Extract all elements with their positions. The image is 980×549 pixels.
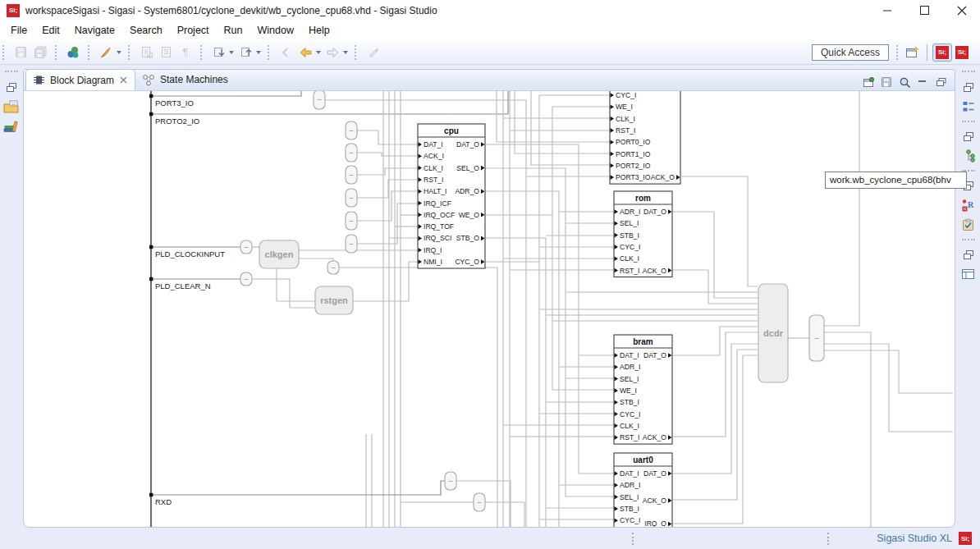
outline-icon [962, 100, 975, 113]
diagram-node-clkgen[interactable]: clkgen [259, 240, 299, 268]
feather-tool-button[interactable] [96, 43, 116, 62]
menu-item-project[interactable]: Project [170, 21, 217, 39]
tasks-view-button[interactable] [959, 216, 978, 234]
menu-item-run[interactable]: Run [217, 21, 250, 39]
project-explorer-button[interactable] [2, 98, 21, 116]
statusbar-drag-handle[interactable] [827, 533, 831, 545]
problems-view-button[interactable]: R [959, 196, 978, 214]
menu-item-help[interactable]: Help [301, 21, 337, 39]
menu-item-search[interactable]: Search [122, 21, 170, 39]
diagram-canvas[interactable]: ∼∼∼∼∼∼∼∼∼∼∼∼∼clkgenrstgendcdrcpuDAT_IACK… [24, 91, 955, 527]
minimize-button[interactable] [869, 0, 906, 21]
save-all-button[interactable] [30, 43, 50, 62]
tilde-mark: ∼ [448, 478, 454, 485]
refresh-document-button[interactable] [136, 43, 156, 62]
connector-node[interactable]: ∼ [327, 261, 339, 274]
show-whitespace-button[interactable]: ¶ [176, 43, 195, 62]
diagram-node-rstgen[interactable]: rstgen [315, 286, 353, 314]
properties-view-button[interactable] [959, 265, 978, 283]
minimize-view-button[interactable] [914, 74, 932, 90]
quick-access-box[interactable]: Quick Access [812, 44, 889, 61]
restore-view-icon [963, 249, 974, 260]
close-button[interactable] [943, 0, 980, 21]
libraries-button[interactable] [2, 117, 21, 135]
connector-node[interactable]: ∼ [346, 166, 357, 184]
outline-view-button[interactable] [959, 98, 978, 116]
block-title: rom [635, 194, 651, 203]
mark-occurrences-button[interactable] [363, 43, 382, 62]
connector-node[interactable]: ∼ [346, 189, 357, 207]
diagram-block-cpu[interactable]: cpuDAT_IACK_ICLK_IRST_IHALT_IIRQ_ICFIRQ_… [418, 124, 485, 268]
maximize-button[interactable] [906, 0, 943, 21]
menu-item-edit[interactable]: Edit [34, 21, 67, 39]
dropdown-arrow-icon[interactable] [229, 51, 234, 54]
diagram-node-dcdr[interactable]: dcdr [758, 284, 788, 382]
rail-drag-handle[interactable] [962, 71, 975, 72]
restore-views-button[interactable] [959, 245, 978, 263]
connector-node[interactable]: ∼ [346, 212, 357, 230]
toolbar-drag-handle[interactable] [128, 45, 131, 60]
diagram-block-uart0[interactable]: uart0DAT_IADR_ISEL_ISTB_ICYC_ICLK_IRST_I… [614, 453, 672, 527]
connector-node[interactable]: ∼ [445, 472, 456, 490]
menu-item-navigate[interactable]: Navigate [67, 21, 122, 39]
restore-views-button[interactable] [959, 78, 978, 96]
statusbar-drag-handle[interactable] [632, 533, 635, 545]
diagram-block-bram[interactable]: bramDAT_IADR_ISEL_IWE_ISTB_ICYC_ICLK_IRS… [614, 335, 672, 444]
save-button[interactable] [11, 43, 30, 62]
dropdown-arrow-icon[interactable] [316, 51, 321, 54]
toolbar-drag-handle[interactable] [2, 45, 6, 60]
dropdown-arrow-icon[interactable] [117, 51, 121, 54]
rail-drag-handle[interactable] [5, 71, 18, 72]
port-label: DAT_O [643, 351, 666, 359]
dropdown-arrow-icon[interactable] [343, 51, 348, 54]
menu-item-window[interactable]: Window [250, 21, 301, 39]
back-button[interactable] [295, 43, 315, 62]
toolbar-drag-handle[interactable] [896, 45, 900, 60]
port-label: NMI_I [424, 258, 442, 266]
toolbar-drag-handle[interactable] [55, 45, 58, 60]
toolbar-drag-handle[interactable] [355, 45, 358, 60]
toolbar-drag-handle[interactable] [200, 45, 204, 60]
block-diagram[interactable]: ∼∼∼∼∼∼∼∼∼∼∼∼∼clkgenrstgendcdrcpuDAT_IACK… [24, 91, 955, 527]
menu-item-file[interactable]: File [3, 21, 34, 39]
connector-node[interactable]: ∼ [240, 272, 252, 286]
open-document-button[interactable] [156, 43, 176, 62]
block-title: uart0 [633, 455, 653, 464]
connector-node[interactable]: ∼ [346, 235, 357, 253]
forward-button[interactable] [323, 43, 342, 62]
connector-node[interactable]: ∼ [474, 493, 485, 511]
connector-node[interactable]: ∼ [240, 240, 252, 254]
restore-views-button[interactable] [2, 78, 21, 96]
open-perspective-button[interactable] [902, 43, 922, 62]
zoom-button[interactable] [895, 74, 914, 90]
dropdown-arrow-icon[interactable] [256, 51, 261, 54]
diagram-block-io[interactable]: CYC_IWE_ICLK_IRST_IPORT0_IOPORT1_IOPORT2… [610, 91, 680, 184]
restore-views-button[interactable] [959, 127, 978, 145]
tab-close-icon[interactable] [119, 75, 128, 85]
connector-node[interactable]: ∼ [346, 121, 357, 140]
toolbar-drag-handle[interactable] [88, 45, 91, 60]
port-label: SEL_O [456, 164, 479, 172]
save-diagram-button[interactable] [877, 74, 895, 90]
tilde-mark: ∼ [317, 96, 323, 103]
title-bar: Si; workspaceSigasi - Sigasi - System680… [0, 0, 980, 21]
maximize-view-button[interactable] [932, 74, 950, 90]
port-label: ACK_O [651, 173, 675, 181]
tab-state-machines[interactable]: State Machines [135, 69, 240, 90]
link-with-editor-button[interactable] [859, 74, 877, 90]
new-wizard-button[interactable] [63, 43, 83, 62]
perspective-sigasi-other[interactable]: Si; [952, 43, 972, 62]
next-annotation-button[interactable] [208, 43, 228, 62]
toolbar-drag-handle[interactable] [268, 45, 271, 60]
hierarchy-view-button[interactable] [959, 147, 978, 165]
sigasi-status-icon[interactable]: Si; [959, 532, 972, 545]
connector-node[interactable]: ∼ [314, 91, 325, 109]
connector-node[interactable]: ∼ [346, 144, 357, 162]
port-label: CYC_I [616, 91, 636, 99]
diagram-block-rom[interactable]: romADR_ISEL_ISTB_ICYC_ICLK_IRST_IDAT_OAC… [614, 191, 672, 277]
previous-annotation-button[interactable] [236, 43, 255, 62]
last-edit-location-button[interactable] [276, 43, 295, 62]
tab-block-diagram[interactable]: Block Diagram [25, 69, 135, 90]
perspective-sigasi-active[interactable]: Si; [932, 43, 952, 62]
connector-node[interactable]: ∼ [809, 315, 824, 361]
